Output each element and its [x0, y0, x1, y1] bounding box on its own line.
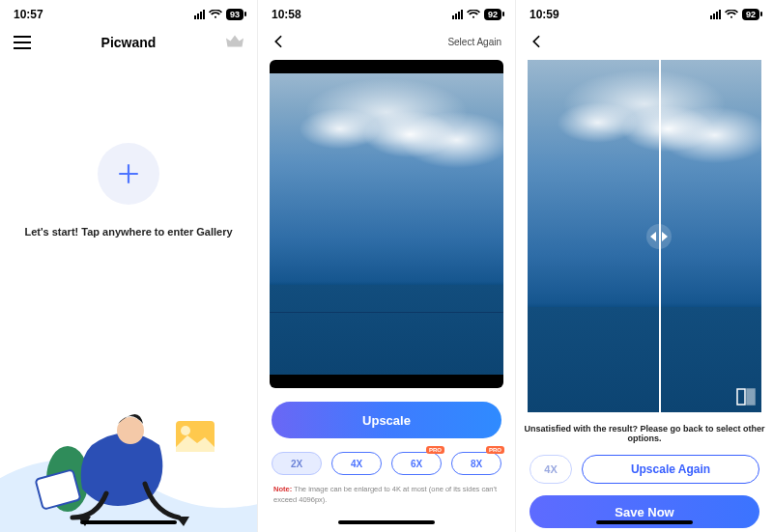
signal-icon — [452, 10, 463, 19]
svg-rect-5 — [737, 389, 745, 405]
scale-options: 2X 4X 6XPRO 8XPRO — [272, 452, 501, 475]
screen-upscale-config: 10:58 92 Select Again Upscale 2X 4X 6XPR… — [258, 0, 516, 532]
image-preview — [270, 60, 503, 388]
battery-icon: 92 — [742, 9, 759, 20]
note-body: The image can be enlarged to 4K at most … — [273, 485, 497, 504]
menu-icon[interactable] — [14, 36, 31, 49]
svg-point-3 — [181, 426, 190, 435]
add-image-button[interactable] — [98, 143, 159, 205]
scale-chip[interactable]: 4X — [530, 455, 572, 484]
back-icon[interactable] — [530, 35, 543, 48]
plus-icon — [116, 161, 141, 186]
home-indicator — [596, 520, 693, 524]
svg-rect-6 — [747, 389, 755, 405]
scale-option-4x[interactable]: 4X — [331, 452, 382, 475]
compare-toggle-icon[interactable] — [736, 387, 756, 406]
app-header: Picwand — [0, 29, 257, 56]
scale-option-8x[interactable]: 8XPRO — [451, 452, 501, 475]
screen-result: 10:59 92 Unsatisfied with the result? Pl… — [516, 0, 773, 532]
app-title: Picwand — [101, 35, 157, 50]
pro-badge: PRO — [486, 446, 504, 454]
status-bar: 10:57 93 — [0, 0, 257, 29]
wifi-icon — [209, 10, 222, 19]
upscale-button[interactable]: Upscale — [272, 402, 501, 438]
back-icon[interactable] — [272, 35, 285, 48]
signal-icon — [710, 10, 721, 19]
status-time: 10:57 — [14, 8, 43, 21]
pro-badge: PRO — [426, 446, 444, 454]
home-indicator — [80, 520, 177, 524]
status-time: 10:58 — [272, 8, 301, 21]
compare-handle[interactable] — [646, 224, 672, 249]
upscale-again-button[interactable]: Upscale Again — [582, 455, 759, 484]
signal-icon — [194, 10, 205, 19]
status-bar: 10:58 92 — [258, 0, 515, 29]
status-bar: 10:59 92 — [516, 0, 773, 29]
crown-icon[interactable] — [226, 35, 243, 50]
home-indicator — [338, 520, 435, 524]
result-caption: Unsatisfied with the result? Please go b… — [516, 424, 773, 443]
home-illustration — [0, 339, 257, 532]
status-time: 10:59 — [530, 8, 559, 21]
scale-option-2x[interactable]: 2X — [272, 452, 322, 475]
select-again-link[interactable]: Select Again — [447, 37, 501, 47]
drag-horizontal-icon — [648, 230, 670, 243]
home-caption: Let's start! Tap anywhere to enter Galle… — [9, 226, 247, 238]
screen-home: 10:57 93 Picwand Let's start! Tap anywhe… — [0, 0, 258, 532]
note-label: Note: — [273, 485, 292, 493]
battery-icon: 93 — [226, 9, 243, 20]
note-text: Note: The image can be enlarged to 4K at… — [273, 485, 500, 505]
battery-icon: 92 — [484, 9, 501, 20]
compare-preview[interactable] — [528, 60, 761, 412]
scale-option-6x[interactable]: 6XPRO — [391, 452, 442, 475]
wifi-icon — [467, 10, 480, 19]
wifi-icon — [725, 10, 738, 19]
